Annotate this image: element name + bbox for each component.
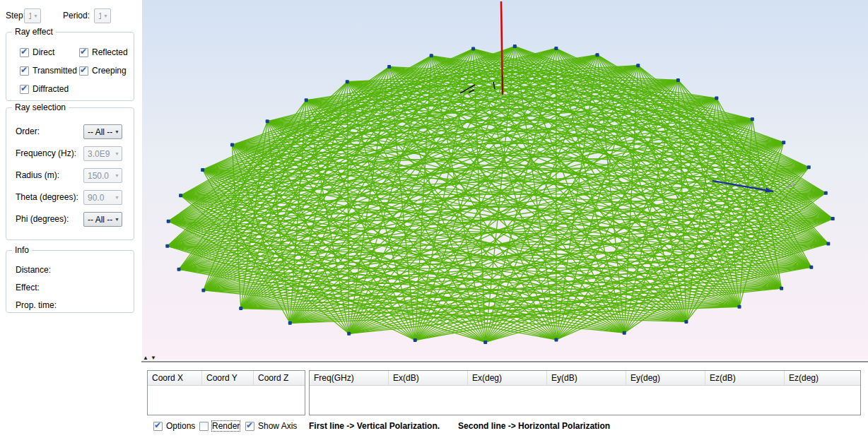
order-label: Order: xyxy=(16,126,40,136)
ey-deg-header[interactable]: Ey(deg) xyxy=(626,371,705,385)
period-label: Period: xyxy=(63,11,90,20)
ex-deg-header[interactable]: Ex(deg) xyxy=(468,371,547,385)
phi-label: Phi (degrees): xyxy=(16,214,69,224)
frequency-label: Frequency (Hz): xyxy=(16,148,76,158)
radius-label: Radius (m): xyxy=(16,170,59,180)
ray-effect-title: Ray effect xyxy=(12,27,56,37)
ray-scene[interactable] xyxy=(142,0,868,360)
phi-dropdown[interactable]: -- All -- ▼ xyxy=(83,212,122,227)
ez-deg-header[interactable]: Ez(deg) xyxy=(785,371,860,385)
checkbox-reflected[interactable]: Reflected xyxy=(79,47,128,58)
chevron-down-icon: ▼ xyxy=(112,173,122,178)
chevron-down-icon: ▼ xyxy=(112,217,122,222)
chevron-down-icon: ▼ xyxy=(112,195,122,200)
ray-selection-title: Ray selection xyxy=(12,102,69,112)
viewport-3d[interactable] xyxy=(142,0,868,360)
ex-db-header[interactable]: Ex(dB) xyxy=(389,371,468,385)
coord-table-body[interactable] xyxy=(148,386,305,415)
effect-label: Effect: xyxy=(16,283,40,292)
polarization-note-second: Second line -> Horizontal Polarization xyxy=(458,421,610,431)
chevron-down-icon: ▼ xyxy=(112,151,122,156)
chevron-down-icon: ▼ xyxy=(112,129,122,134)
info-title: Info xyxy=(12,245,32,255)
period-dropdown[interactable]: 1 ▼ xyxy=(94,8,111,23)
order-dropdown[interactable]: -- All -- ▼ xyxy=(83,124,122,139)
info-group: Info Distance: Effect: Prop. time: xyxy=(6,250,134,313)
checkbox-icon xyxy=(245,422,254,431)
field-table-body[interactable] xyxy=(310,386,860,415)
checkbox-transmitted[interactable]: Transmitted xyxy=(20,65,77,76)
field-table: Freq(GHz) Ex(dB) Ex(deg) Ey(dB) Ey(deg) … xyxy=(309,370,861,415)
distance-label: Distance: xyxy=(16,265,51,275)
theta-dropdown[interactable]: 90.0 ▼ xyxy=(83,190,122,205)
checkbox-options[interactable]: Options xyxy=(153,420,195,432)
checkbox-render[interactable]: Render xyxy=(199,420,240,432)
checkbox-show-axis[interactable]: Show Axis xyxy=(245,420,297,432)
checkbox-creeping[interactable]: Creeping xyxy=(79,65,127,76)
splitter-up-icon[interactable]: ▲ xyxy=(143,355,151,361)
panel-divider xyxy=(141,361,868,362)
checkbox-icon xyxy=(20,85,29,94)
checkbox-direct[interactable]: Direct xyxy=(20,47,54,58)
radius-dropdown[interactable]: 150.0 ▼ xyxy=(83,168,122,183)
coord-y-header[interactable]: Coord Y xyxy=(202,371,254,385)
step-label: Step: xyxy=(6,11,25,20)
checkbox-diffracted[interactable]: Diffracted xyxy=(20,83,69,95)
period-value: 1 xyxy=(95,11,101,21)
checkbox-icon xyxy=(79,66,88,76)
frequency-dropdown[interactable]: 3.0E9 ▼ xyxy=(83,146,122,161)
freq-header[interactable]: Freq(GHz) xyxy=(310,371,389,385)
coord-table-header: Coord X Coord Y Coord Z xyxy=(148,371,305,386)
step-dropdown[interactable]: 1 ▼ xyxy=(24,8,41,23)
splitter-handle[interactable]: ▲▼ xyxy=(143,355,158,361)
ez-db-header[interactable]: Ez(dB) xyxy=(705,371,785,385)
prop-time-label: Prop. time: xyxy=(16,300,57,310)
checkbox-icon xyxy=(199,422,209,431)
splitter-down-icon[interactable]: ▼ xyxy=(151,355,158,361)
checkbox-icon xyxy=(20,48,29,57)
theta-label: Theta (degrees): xyxy=(16,192,78,202)
polarization-note: First line -> Vertical Polarization.Seco… xyxy=(309,421,610,431)
checkbox-icon xyxy=(20,66,29,76)
coord-z-header[interactable]: Coord Z xyxy=(254,371,305,385)
step-value: 1 xyxy=(25,11,31,21)
checkbox-icon xyxy=(79,48,88,57)
polarization-note-first: First line -> Vertical Polarization. xyxy=(309,421,440,431)
field-table-header: Freq(GHz) Ex(dB) Ex(deg) Ey(dB) Ey(deg) … xyxy=(310,371,860,386)
chevron-down-icon: ▼ xyxy=(101,13,110,18)
chevron-down-icon: ▼ xyxy=(31,13,40,18)
coord-table: Coord X Coord Y Coord Z xyxy=(147,370,305,415)
ray-selection-group: Ray selection Order: -- All -- ▼ Frequen… xyxy=(6,107,134,240)
coord-x-header[interactable]: Coord X xyxy=(148,371,202,385)
checkbox-icon xyxy=(153,422,163,431)
ray-effect-group: Ray effect Direct Reflected Transmitted … xyxy=(6,32,134,101)
ey-db-header[interactable]: Ey(dB) xyxy=(547,371,626,385)
